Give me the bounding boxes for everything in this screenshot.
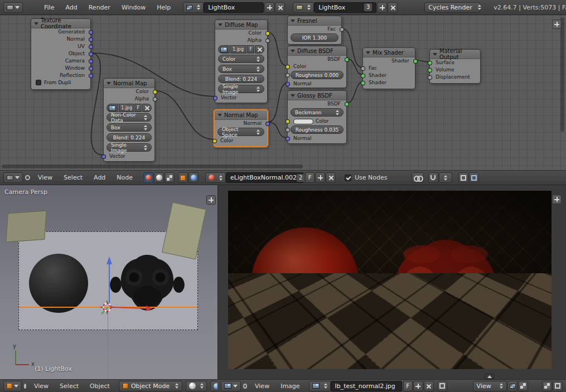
light-plane-left[interactable] [6,210,46,242]
image-unlink-button[interactable] [424,381,434,391]
snap-mode-dropdown[interactable] [439,172,452,183]
image-name-field[interactable]: 1.jpg [119,104,134,112]
vertical-scrollbar[interactable] [560,17,564,132]
node-texture-coordinate[interactable]: Texture Coordinate Generated Normal UV O… [31,18,91,90]
hidden-panel-arrow[interactable] [485,374,494,379]
unlink-image-button[interactable] [142,104,152,112]
menu-select[interactable]: Select [58,174,88,181]
menu-node[interactable]: Node [111,174,138,181]
input-socket[interactable] [361,74,365,78]
output-socket[interactable] [345,57,349,62]
from-dupli-checkbox[interactable] [36,80,41,85]
source-dropdown[interactable]: Single Image [107,143,152,152]
input-socket[interactable] [286,128,290,132]
input-socket[interactable] [286,137,290,141]
collapse-icon[interactable] [291,94,295,97]
node-header[interactable]: Normal Map [215,110,267,120]
uv-grid-button[interactable] [542,381,552,391]
world-context-button[interactable] [188,172,199,183]
link-nodes-button[interactable] [412,172,424,183]
screen-layout-name-field[interactable]: LightBox [204,2,264,13]
menu-object[interactable]: Object [84,383,115,390]
blend-slider[interactable]: Blend: 0.224 [218,75,264,83]
collapse-icon[interactable] [217,114,222,117]
node-header[interactable]: Texture Coordinate [31,19,90,28]
collapse-icon[interactable] [366,51,370,54]
editor-type-button-info[interactable] [3,2,23,13]
use-nodes-checkbox[interactable] [345,175,351,181]
node-header[interactable]: Normal Map [104,79,154,88]
collapse-icon[interactable] [291,20,295,22]
menu-view[interactable]: View [249,383,275,390]
scene-users-badge[interactable]: 3 [364,3,372,11]
material-name-field[interactable]: eLightBoxNormal.002 2 [226,172,304,183]
region-expand-button[interactable] [206,195,216,205]
node-editor-canvas[interactable]: Texture Coordinate Generated Normal UV O… [0,15,566,170]
ior-slider[interactable]: IOR 1.300 [291,33,338,42]
node-normal-map-image[interactable]: Normal Map Color Alpha 1.jpg F Non-Color… [103,78,155,162]
menu-view[interactable]: View [28,383,54,390]
fake-user-button[interactable]: F [403,381,413,391]
node-link[interactable] [268,32,287,66]
output-socket[interactable] [89,37,93,42]
node-normal-map[interactable]: Normal Map Normal Object Space Color [214,109,268,147]
material-unlink-button[interactable] [326,172,336,183]
output-socket[interactable] [265,122,270,126]
input-socket[interactable] [213,96,217,100]
copy-node-button[interactable] [458,172,468,183]
menu-window[interactable]: Window [116,4,151,11]
source-dropdown[interactable]: Single Image [218,85,264,93]
suzanne-object[interactable] [109,253,185,313]
screen-layout-delete-button[interactable] [275,2,285,13]
fake-user-button[interactable]: F [134,104,142,112]
distribution-dropdown[interactable]: Beckmann [291,108,344,117]
view-mode-dropdown[interactable]: View [473,381,507,391]
image-browse-button[interactable] [309,381,331,391]
menu-view[interactable]: View [32,174,58,181]
scene-add-button[interactable] [377,2,387,13]
horizontal-scrollbar[interactable] [2,164,303,168]
projection-dropdown[interactable]: Box [107,123,152,132]
header-pin-icon[interactable] [24,384,26,389]
tree-type-shader-button[interactable] [143,172,153,183]
viewport-3d[interactable]: y x Camera Persp (1) LightBox [0,185,217,379]
node-link[interactable] [347,82,362,103]
tree-type-compositing-button[interactable] [154,172,164,183]
region-expand-button[interactable] [552,195,562,204]
input-socket[interactable] [286,73,290,78]
scene-name-field[interactable]: LightBox 3 [314,2,376,13]
menu-help[interactable]: Help [151,4,176,11]
input-socket[interactable] [428,75,432,80]
use-nodes-toggle[interactable]: Use Nodes [345,174,388,181]
color-swatch[interactable] [293,119,313,124]
node-link[interactable] [268,122,287,138]
output-socket[interactable] [89,74,93,78]
input-socket[interactable] [428,68,432,72]
selected-plane-outline[interactable] [19,307,197,308]
output-socket[interactable] [153,97,157,101]
output-socket[interactable] [89,30,93,35]
output-socket[interactable] [89,66,93,71]
collapse-icon[interactable] [218,23,222,26]
screen-layout-add-button[interactable] [264,2,274,13]
output-socket[interactable] [153,90,157,94]
image-browse-button[interactable] [218,45,230,54]
fake-user-button[interactable]: F [247,45,254,54]
input-socket[interactable] [361,81,365,85]
image-add-button[interactable] [413,381,423,391]
collapse-icon[interactable] [107,82,111,85]
editor-type-button-node[interactable] [3,172,23,183]
output-socket[interactable] [89,45,93,49]
menu-select[interactable]: Select [54,383,84,390]
mode-dropdown[interactable]: Object Mode [119,381,182,391]
sphere-object[interactable] [29,254,88,313]
color-space-dropdown[interactable]: Non-Color Data [107,113,152,122]
input-socket[interactable] [361,66,365,71]
node-header[interactable]: Glossy BSDF [288,91,346,100]
blend-slider[interactable]: Blend: 0.224 [107,133,152,142]
node-header[interactable]: Diffuse BSDF [288,46,346,56]
node-link[interactable] [415,60,429,62]
header-pin-icon[interactable] [243,384,247,389]
node-header[interactable]: Material Output [430,50,480,59]
fake-user-button[interactable]: F [305,172,315,183]
